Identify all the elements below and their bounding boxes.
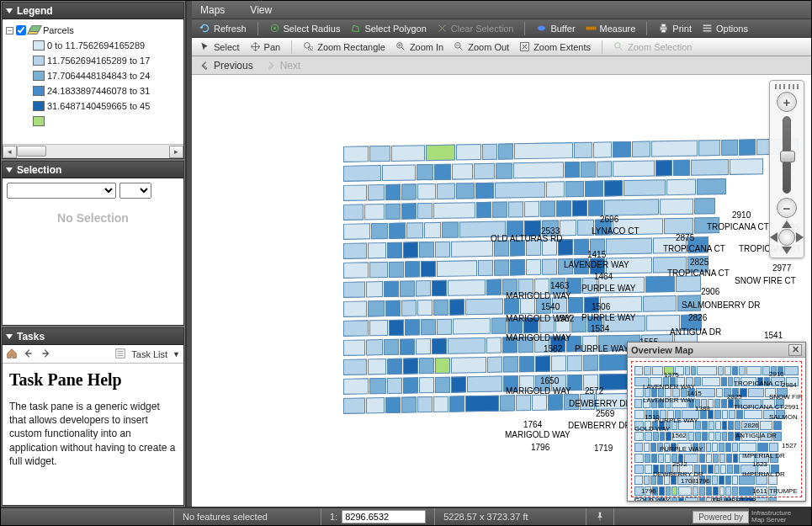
pan-button[interactable]: Pan [247,40,284,53]
parcel[interactable] [389,320,404,336]
menu-view[interactable]: View [250,4,272,16]
parcel[interactable] [666,179,696,196]
parcel[interactable] [417,164,433,180]
legend-item[interactable]: 24.1833897446078 to 31 [4,83,182,98]
forward-icon[interactable] [40,348,51,361]
scroll-left-button[interactable]: ◂ [3,146,17,158]
pan-up-button[interactable] [782,220,792,228]
legend-item[interactable]: 0 to 11.7562694165289 [4,38,182,53]
parcel[interactable] [583,355,598,371]
parcel[interactable] [343,300,367,316]
legend-item[interactable]: 17.7064448184843 to 24 [4,68,182,83]
parcel[interactable] [694,198,715,214]
parcel[interactable] [465,396,499,412]
select-radius-button[interactable]: Select Radius [267,22,343,35]
zoom-in-round-button[interactable]: + [777,92,797,112]
parcel[interactable] [424,222,441,238]
menu-maps[interactable]: Maps [200,4,225,16]
legend-header[interactable]: Legend [3,3,183,19]
parcel[interactable] [437,319,452,335]
previous-button[interactable]: Previous [199,60,253,72]
parcel[interactable] [448,337,486,354]
selection-layer-select[interactable] [7,183,116,199]
parcel[interactable] [565,181,584,197]
parcel[interactable] [435,377,450,393]
parcel[interactable] [467,376,502,393]
pan-right-button[interactable] [796,232,804,242]
parcel[interactable] [456,144,481,161]
legend-hscrollbar[interactable]: ◂ ▸ [3,144,183,158]
task-list-icon[interactable] [114,348,126,361]
parcel[interactable] [535,356,550,372]
parcel[interactable] [498,143,513,159]
parcel[interactable] [721,140,738,156]
parcel[interactable] [384,339,399,355]
parcel[interactable] [449,396,464,412]
parcel[interactable] [343,378,369,395]
parcel[interactable] [585,180,603,196]
zoom-slider-knob[interactable] [780,151,795,162]
parcel[interactable] [514,142,573,159]
parcel[interactable] [416,280,431,296]
parcel[interactable] [465,299,503,316]
parcel[interactable] [476,202,491,218]
parcel[interactable] [366,281,383,297]
parcel[interactable] [526,259,541,275]
parcel[interactable] [416,338,431,354]
overview-close-button[interactable]: ✕ [788,344,802,356]
parcel[interactable] [343,262,369,279]
parcel[interactable] [449,299,464,315]
task-list-label[interactable]: Task List [131,349,167,359]
parcel[interactable] [606,237,652,254]
parcel[interactable] [384,281,399,297]
parcel[interactable] [685,497,698,501]
parcel[interactable] [676,275,701,292]
parcel[interactable] [655,160,672,176]
parcel[interactable] [551,355,566,371]
parcel[interactable] [385,300,401,316]
parcel[interactable] [400,280,415,296]
parcel[interactable] [624,179,666,196]
pan-center-button[interactable] [778,229,795,246]
parcel[interactable] [664,218,693,235]
measure-button[interactable]: Measure [583,22,639,35]
legend-item[interactable]: 31.6487140459665 to 45 [4,98,182,114]
parcel[interactable] [366,339,383,355]
parcel[interactable] [456,183,475,199]
parcel[interactable] [385,184,401,200]
options-button[interactable]: Options [699,22,751,35]
parcel[interactable] [382,164,416,181]
parcel[interactable] [389,262,404,278]
parcel[interactable] [343,223,370,240]
parcel[interactable] [433,396,448,412]
parcel[interactable] [510,259,525,275]
parcel[interactable] [516,395,531,411]
legend-root-checkbox[interactable] [16,25,26,35]
parcel[interactable] [343,397,365,413]
parcel[interactable] [432,280,447,296]
zoom-extents-button[interactable]: Zoom Extents [517,40,593,53]
selection-header[interactable]: Selection [3,162,183,178]
parcel[interactable] [632,141,650,157]
legend-root-row[interactable]: − Parcels [4,23,182,38]
parcel[interactable] [574,142,592,158]
overview-header[interactable]: Overview Map ✕ [628,343,805,358]
parcel[interactable] [755,497,767,501]
parcel[interactable] [486,279,502,295]
parcel[interactable] [369,378,386,394]
parcel[interactable] [513,162,564,178]
status-pin[interactable] [586,508,614,525]
parcel[interactable] [432,338,447,354]
back-icon[interactable] [23,348,34,361]
overview-extent-rect[interactable] [631,361,802,497]
parcel[interactable] [343,242,367,258]
parcel[interactable] [491,318,507,334]
parcel[interactable] [385,204,401,220]
clear-selection-button[interactable]: Clear Selection [434,22,517,35]
scroll-right-button[interactable]: ▸ [169,146,183,158]
parcel[interactable] [385,397,401,413]
parcel[interactable] [343,165,381,182]
zoom-out-button[interactable]: Zoom Out [451,40,512,53]
parcel[interactable] [503,356,518,372]
parcel[interactable] [474,163,495,179]
